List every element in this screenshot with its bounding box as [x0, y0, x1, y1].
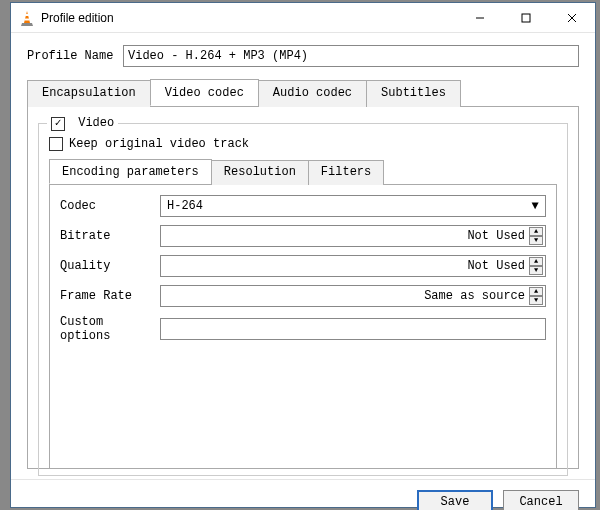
quality-spin-buttons: ▲ ▼ [529, 257, 543, 275]
bitrate-spin-buttons: ▲ ▼ [529, 227, 543, 245]
window-title: Profile edition [41, 11, 457, 25]
close-icon [567, 13, 577, 23]
framerate-label: Frame Rate [60, 289, 160, 303]
keep-original-label: Keep original video track [69, 137, 249, 151]
minimize-button[interactable] [457, 3, 503, 32]
framerate-row: Frame Rate Same as source ▲ ▼ [60, 285, 546, 307]
profile-name-input[interactable] [123, 45, 579, 67]
codec-value: H-264 [167, 199, 527, 213]
window-buttons [457, 3, 595, 32]
quality-value: Not Used [167, 259, 529, 273]
quality-down-button[interactable]: ▼ [529, 266, 543, 275]
bitrate-spinner[interactable]: Not Used ▲ ▼ [160, 225, 546, 247]
framerate-spin-buttons: ▲ ▼ [529, 287, 543, 305]
custom-options-row: Custom options [60, 315, 546, 343]
titlebar: Profile edition [11, 3, 595, 33]
profile-name-label: Profile Name [27, 49, 123, 63]
custom-options-label: Custom options [60, 315, 160, 343]
minimize-icon [475, 13, 485, 23]
codec-combo[interactable]: H-264 ▼ [160, 195, 546, 217]
tab-subtitles[interactable]: Subtitles [366, 80, 461, 107]
codec-label: Codec [60, 199, 160, 213]
main-tabstrip: Encapsulation Video codec Audio codec Su… [27, 79, 579, 107]
encoding-parameters-panel: Codec H-264 ▼ Bitrate Not Used ▲ ▼ [49, 185, 557, 469]
keep-original-checkbox[interactable] [49, 137, 63, 151]
video-checkbox[interactable]: ✓ [51, 117, 65, 131]
bitrate-down-button[interactable]: ▼ [529, 236, 543, 245]
bitrate-up-button[interactable]: ▲ [529, 227, 543, 236]
bitrate-value: Not Used [167, 229, 529, 243]
tab-video-codec[interactable]: Video codec [150, 79, 259, 106]
custom-options-input[interactable] [160, 318, 546, 340]
vlc-icon [19, 10, 35, 26]
svg-marker-3 [21, 23, 33, 26]
framerate-value: Same as source [167, 289, 529, 303]
svg-rect-2 [24, 18, 29, 20]
tab-audio-codec[interactable]: Audio codec [258, 80, 367, 107]
framerate-up-button[interactable]: ▲ [529, 287, 543, 296]
bitrate-row: Bitrate Not Used ▲ ▼ [60, 225, 546, 247]
svg-rect-1 [25, 14, 29, 16]
profile-name-row: Profile Name [27, 45, 579, 67]
maximize-button[interactable] [503, 3, 549, 32]
framerate-down-button[interactable]: ▼ [529, 296, 543, 305]
encoding-tabstrip: Encoding parameters Resolution Filters [49, 159, 557, 185]
video-groupbox: ✓ Video Keep original video track Encodi… [38, 123, 568, 476]
quality-spinner[interactable]: Not Used ▲ ▼ [160, 255, 546, 277]
quality-row: Quality Not Used ▲ ▼ [60, 255, 546, 277]
dialog-footer: Save Cancel [11, 479, 595, 510]
cancel-button[interactable]: Cancel [503, 490, 579, 510]
bitrate-label: Bitrate [60, 229, 160, 243]
keep-original-row: Keep original video track [49, 137, 557, 151]
maximize-icon [521, 13, 531, 23]
tab-resolution[interactable]: Resolution [211, 160, 309, 185]
tab-encoding-parameters[interactable]: Encoding parameters [49, 159, 212, 184]
quality-up-button[interactable]: ▲ [529, 257, 543, 266]
content-area: Profile Name Encapsulation Video codec A… [11, 33, 595, 479]
chevron-down-icon: ▼ [527, 199, 543, 213]
video-group-title: ✓ Video [47, 116, 118, 131]
tab-filters[interactable]: Filters [308, 160, 384, 185]
video-codec-panel: ✓ Video Keep original video track Encodi… [27, 107, 579, 469]
framerate-spinner[interactable]: Same as source ▲ ▼ [160, 285, 546, 307]
save-button[interactable]: Save [417, 490, 493, 510]
quality-label: Quality [60, 259, 160, 273]
close-button[interactable] [549, 3, 595, 32]
codec-row: Codec H-264 ▼ [60, 195, 546, 217]
svg-rect-5 [522, 14, 530, 22]
tab-encapsulation[interactable]: Encapsulation [27, 80, 151, 107]
dialog-window: Profile edition Profile Name Encapsulati… [10, 2, 596, 508]
svg-marker-0 [24, 11, 30, 23]
video-checkbox-label: Video [78, 116, 114, 130]
